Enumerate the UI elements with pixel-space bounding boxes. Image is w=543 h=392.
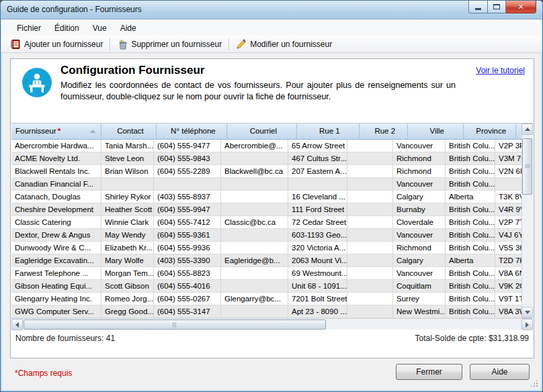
window-title: Guide de configuration - Fournisseurs	[7, 5, 142, 14]
scroll-up-button[interactable]	[521, 124, 533, 135]
delete-supplier-button[interactable]: Supprimer un fournisseur	[112, 38, 226, 51]
table-row[interactable]: ACME Novelty Ltd.Steve Leon(604) 555-984…	[11, 152, 521, 165]
thumb-grip	[525, 164, 530, 165]
help-button[interactable]: Aide	[470, 364, 530, 380]
suppliers-table: Fournisseur* Contact N° téléphone Courri…	[11, 123, 533, 330]
column-header-rue1[interactable]: Rue 1	[300, 124, 360, 140]
table-cell: (604) 555-9477	[154, 140, 221, 152]
column-header-province[interactable]: Province	[466, 124, 516, 140]
column-header-courriel[interactable]: Courriel	[230, 124, 297, 140]
toolbar: Ajouter un fournisseur Supprimer un four…	[1, 36, 542, 53]
table-row[interactable]: Dunwoody Wire & C...Elizabeth Kr...(604)…	[11, 242, 521, 254]
minimize-button[interactable]	[468, 1, 488, 13]
resize-grip[interactable]	[531, 380, 538, 387]
menu-vue[interactable]: Vue	[86, 21, 114, 35]
table-row[interactable]: Classic CateringWinnie Clark(604) 555-74…	[11, 216, 521, 229]
table-cell: GWG Computer Serv...	[11, 305, 101, 317]
table-cell: V8A 3W	[495, 305, 521, 317]
table-cell: Cheshire Development	[11, 203, 101, 215]
add-supplier-button[interactable]: Ajouter un fournisseur	[5, 38, 108, 51]
table-cell: Cloverdale	[393, 216, 446, 228]
table-cell: (403) 555-8937	[154, 191, 221, 203]
close-window-button[interactable]: ✕	[506, 1, 536, 13]
table-cell: (604) 555-8823	[154, 267, 221, 279]
table-cell: Gibson Heating Equi...	[11, 280, 101, 292]
close-button[interactable]: Fermer	[396, 364, 462, 380]
table-row[interactable]: Dextor, Drew & AngusMay Wendy(604) 555-9…	[11, 229, 521, 242]
table-cell	[347, 254, 393, 266]
table-cell: Shirley Rykor	[101, 191, 154, 203]
table-cell: British Colu...	[446, 229, 495, 241]
table-cell	[221, 229, 288, 241]
table-cell: British Colu...	[446, 152, 495, 164]
table-row[interactable]: Blackwell Rentals Inc.Brian Wilson(604) …	[11, 165, 521, 178]
edit-supplier-button[interactable]: Modifier un fournisseur	[231, 38, 337, 51]
edit-supplier-label: Modifier un fournisseur	[250, 40, 332, 49]
table-row[interactable]: Cheshire DevelopmentHeather Scott(604) 5…	[11, 203, 521, 216]
thumb-grip	[173, 322, 173, 328]
page-title: Configuration Fournisseur	[60, 64, 204, 77]
table-cell: Alberta	[446, 191, 495, 203]
horizontal-scrollbar-thumb[interactable]	[24, 320, 326, 330]
table-cell	[347, 191, 393, 203]
arrow-left-icon	[15, 322, 19, 328]
horizontal-scrollbar[interactable]	[11, 318, 533, 330]
table-cell: (604) 555-0267	[154, 293, 221, 305]
table-cell	[101, 178, 154, 190]
table-cell: Blackwell@bc.ca	[221, 165, 288, 177]
table-cell: 467 Cultus Str...	[288, 152, 347, 164]
table-row[interactable]: Glengarry Heating Inc.Romeo Jorg...(604)…	[11, 293, 521, 305]
table-cell	[495, 178, 521, 190]
table-cell: British Colu...	[446, 293, 495, 305]
toolbar-separator	[228, 38, 229, 50]
vertical-scrollbar[interactable]	[521, 124, 533, 318]
menu-edition[interactable]: Édition	[48, 21, 86, 35]
supplier-person-icon	[22, 68, 52, 97]
vertical-scrollbar-thumb[interactable]	[522, 138, 532, 195]
table-cell: Glengarry@bc...	[221, 293, 288, 305]
table-cell: V9T 1T5	[495, 293, 521, 305]
maximize-button[interactable]	[488, 1, 506, 13]
title-bar[interactable]: Guide de configuration - Fournisseurs ✕	[1, 1, 542, 19]
table-cell: (604) 555-7412	[154, 216, 221, 228]
column-header-contact[interactable]: Contact	[104, 124, 157, 140]
table-cell	[347, 229, 393, 241]
column-header-rue2[interactable]: Rue 2	[362, 124, 408, 140]
window-controls: ✕	[468, 1, 536, 13]
edit-supplier-icon	[236, 39, 247, 50]
table-row[interactable]: Eagleridge Excavatin...Mary Wolfe(403) 5…	[11, 254, 521, 267]
tutorial-link[interactable]: Voir le tutoriel	[476, 66, 525, 75]
table-row[interactable]: GWG Computer Serv...Gregg Good...(604) 5…	[11, 305, 521, 318]
table-cell: Canadian Financial F...	[11, 178, 101, 190]
table-row[interactable]: Farwest Telephone ...Morgan Tem...(604) …	[11, 267, 521, 280]
table-cell: Richmond	[393, 165, 446, 177]
table-cell: 69 Westmount...	[288, 267, 347, 279]
add-supplier-icon	[10, 39, 21, 50]
table-cell: Burnaby	[393, 203, 446, 215]
menu-fichier[interactable]: Fichier	[10, 21, 48, 35]
table-cell: British Colu...	[446, 216, 495, 228]
table-row[interactable]: Canadian Financial F...VancouverBritish …	[11, 178, 521, 191]
table-cell: British Colu...	[446, 280, 495, 292]
scroll-down-button[interactable]	[521, 307, 533, 318]
scroll-right-button[interactable]	[521, 319, 533, 330]
toolbar-separator	[110, 38, 110, 50]
column-header-ville[interactable]: Ville	[411, 124, 464, 140]
table-cell	[347, 280, 393, 292]
maximize-icon	[493, 4, 500, 9]
table-row[interactable]: Catanach, DouglasShirley Rykor(403) 555-…	[11, 191, 521, 203]
table-cell	[221, 280, 288, 292]
required-asterisk: *	[58, 127, 60, 135]
table-cell: 16 Cleveland ...	[288, 191, 347, 203]
column-header-telephone[interactable]: N° téléphone	[160, 124, 227, 140]
scroll-left-button[interactable]	[11, 319, 23, 330]
table-row[interactable]: Abercrombie Hardwa...Tania Marsh...(604)…	[11, 140, 521, 152]
table-row[interactable]: Gibson Heating Equi...Scott Gibson(604) …	[11, 280, 521, 293]
arrow-up-icon	[525, 128, 530, 131]
menu-aide[interactable]: Aide	[114, 21, 143, 35]
table-cell: V2P 3P3	[495, 140, 521, 152]
account-balance-total: Total-Solde de cpte: $31,318.99	[415, 334, 529, 343]
column-header-fournisseur[interactable]: Fournisseur*	[11, 124, 101, 140]
menu-bar: Fichier Édition Vue Aide	[1, 20, 542, 36]
table-cell: Mary Wolfe	[101, 254, 154, 266]
